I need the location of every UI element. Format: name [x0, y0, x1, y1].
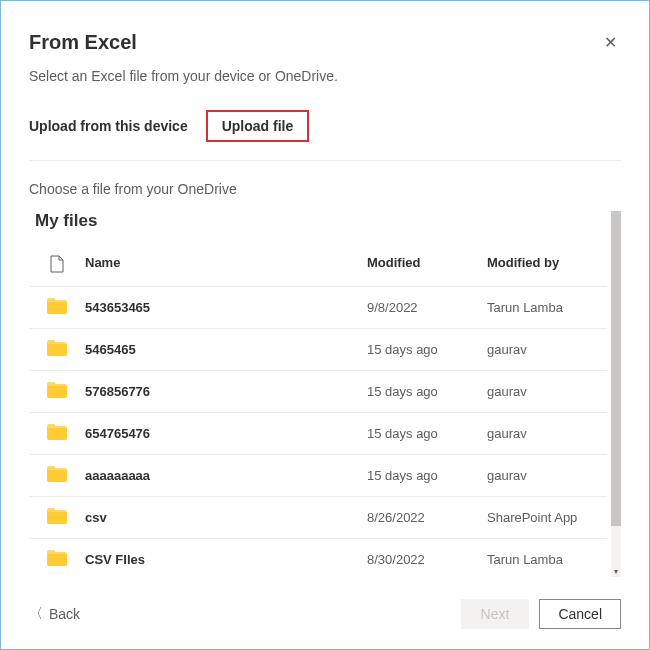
scrollbar[interactable]: ▾ — [611, 211, 621, 577]
upload-row: Upload from this device Upload file — [29, 110, 621, 161]
dialog-subtitle: Select an Excel file from your device or… — [29, 68, 621, 84]
table-row[interactable]: 5436534659/8/2022Tarun Lamba — [29, 287, 607, 329]
file-name: CSV FIles — [85, 552, 367, 567]
folder-icon — [47, 340, 67, 359]
close-icon: ✕ — [604, 34, 617, 51]
upload-from-device-label: Upload from this device — [29, 118, 188, 134]
from-excel-dialog: From Excel ✕ Select an Excel file from y… — [0, 0, 650, 650]
close-button[interactable]: ✕ — [600, 31, 621, 54]
file-modified: 15 days ago — [367, 468, 487, 483]
file-name: csv — [85, 510, 367, 525]
folder-icon — [47, 298, 67, 317]
file-modified: 15 days ago — [367, 426, 487, 441]
dialog-header: From Excel ✕ — [29, 31, 621, 54]
file-name: 5465465 — [85, 342, 367, 357]
file-modified-by: gaurav — [487, 384, 607, 399]
file-modified: 9/8/2022 — [367, 300, 487, 315]
chevron-left-icon: 〈 — [29, 605, 43, 623]
dialog-title: From Excel — [29, 31, 137, 54]
file-name: 576856776 — [85, 384, 367, 399]
file-modified-by: gaurav — [487, 426, 607, 441]
table-row[interactable]: csv8/26/2022SharePoint App — [29, 497, 607, 539]
choose-onedrive-label: Choose a file from your OneDrive — [29, 181, 621, 197]
folder-icon — [47, 424, 67, 443]
back-label: Back — [49, 606, 80, 622]
document-icon — [50, 255, 64, 276]
file-modified-by: SharePoint App — [487, 510, 607, 525]
upload-file-button[interactable]: Upload file — [206, 110, 310, 142]
back-button[interactable]: 〈 Back — [29, 605, 80, 623]
header-modified-by[interactable]: Modified by — [487, 255, 607, 276]
file-modified: 8/26/2022 — [367, 510, 487, 525]
table-row[interactable]: aaaaaaaaa15 days agogaurav — [29, 455, 607, 497]
dialog-footer: 〈 Back Next Cancel — [29, 595, 621, 629]
file-modified: 8/30/2022 — [367, 552, 487, 567]
onedrive-picker: My files Name Modified Modified by 54365… — [29, 211, 621, 577]
table-row[interactable]: CSV FIles8/30/2022Tarun Lamba — [29, 539, 607, 577]
file-name: 654765476 — [85, 426, 367, 441]
folder-icon — [47, 508, 67, 527]
folder-icon — [47, 550, 67, 569]
table-header-row: Name Modified Modified by — [29, 245, 607, 287]
table-row[interactable]: 546546515 days agogaurav — [29, 329, 607, 371]
folder-icon — [47, 382, 67, 401]
file-table: Name Modified Modified by 5436534659/8/2… — [29, 245, 607, 577]
file-modified-by: Tarun Lamba — [487, 300, 607, 315]
file-name: 543653465 — [85, 300, 367, 315]
table-row[interactable]: 65476547615 days agogaurav — [29, 413, 607, 455]
header-modified[interactable]: Modified — [367, 255, 487, 276]
scrollbar-thumb[interactable] — [611, 211, 621, 526]
table-row[interactable]: 57685677615 days agogaurav — [29, 371, 607, 413]
file-modified-by: Tarun Lamba — [487, 552, 607, 567]
next-button: Next — [461, 599, 530, 629]
file-name: aaaaaaaaa — [85, 468, 367, 483]
file-modified-by: gaurav — [487, 468, 607, 483]
header-icon-col — [29, 255, 85, 276]
header-name[interactable]: Name — [85, 255, 367, 276]
my-files-heading: My files — [29, 211, 607, 231]
scrollbar-down-arrow-icon[interactable]: ▾ — [611, 565, 621, 577]
file-modified: 15 days ago — [367, 384, 487, 399]
folder-icon — [47, 466, 67, 485]
cancel-button[interactable]: Cancel — [539, 599, 621, 629]
file-modified-by: gaurav — [487, 342, 607, 357]
file-modified: 15 days ago — [367, 342, 487, 357]
